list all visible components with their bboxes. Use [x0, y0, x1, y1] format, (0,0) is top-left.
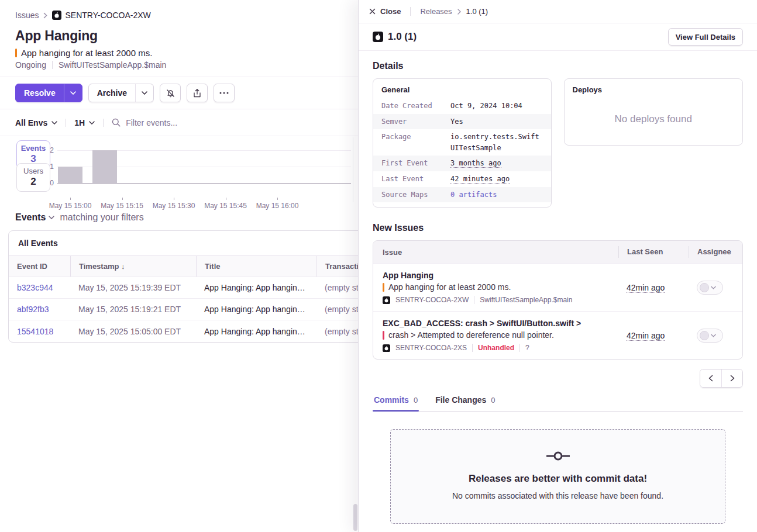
chart-bar — [58, 167, 82, 183]
all-events-card: All Events Event ID Timestamp ↓ Title Tr… — [8, 230, 358, 343]
event-transaction: (empty string) — [316, 305, 358, 314]
column-transaction[interactable]: Transaction — [316, 256, 358, 277]
events-chart-section: Events 3 Users 2 012May 15 15:00May 15 1… — [0, 136, 358, 202]
chevron-down-icon — [711, 286, 716, 289]
chevron-down-icon — [70, 91, 76, 95]
column-timestamp-label: Timestamp — [79, 262, 119, 271]
commits-empty-title: Releases are better with commit data! — [391, 473, 725, 485]
chevron-down-icon — [142, 91, 147, 95]
issue-title: App Hanging — [15, 28, 343, 44]
archive-dropdown-button[interactable] — [135, 84, 153, 102]
event-id-link[interactable]: abf92fb3 — [9, 305, 70, 314]
column-assignee: Assignee — [689, 246, 742, 258]
previous-page-button[interactable] — [700, 369, 721, 387]
events-table-header: Event ID Timestamp ↓ Title Transaction — [9, 256, 358, 277]
environment-filter[interactable]: All Envs — [15, 118, 57, 127]
chevron-down-icon — [711, 334, 716, 337]
event-row: 15541018 May 15, 2025 15:05:00 EDT App H… — [9, 320, 358, 342]
column-timestamp[interactable]: Timestamp ↓ — [70, 256, 196, 277]
scrollbar-thumb[interactable] — [353, 504, 357, 531]
issue-message: App hanging for at least 2000 ms. — [21, 48, 152, 58]
event-id-link[interactable]: b323c944 — [9, 283, 70, 292]
y-axis-tick-label: 1 — [50, 163, 54, 171]
issue-link[interactable]: EXC_BAD_ACCESS: crash > SwiftUI/Button.s… — [383, 319, 618, 328]
artifacts-link[interactable]: 0 artifacts — [450, 191, 497, 199]
archive-button[interactable]: Archive — [88, 84, 154, 102]
chevron-right-icon — [43, 12, 47, 19]
divider — [472, 344, 473, 352]
chevron-right-icon — [730, 375, 735, 382]
tab-commits[interactable]: Commits 0 — [373, 390, 419, 411]
view-full-details-button[interactable]: View Full Details — [668, 28, 743, 46]
x-axis-tickmark — [70, 198, 71, 200]
detail-row-source-maps: Source Maps 0 artifacts — [373, 187, 551, 203]
breadcrumb: Issues SENTRY-COCOA-2XW — [15, 11, 343, 20]
x-axis-tickmark — [226, 198, 226, 200]
breadcrumb-project[interactable]: SENTRY-COCOA-2XW — [65, 11, 150, 20]
chevron-left-icon — [708, 375, 713, 382]
filter-events-input[interactable] — [126, 118, 343, 127]
x-axis-tickmark — [277, 198, 278, 200]
chart-gridline — [57, 183, 351, 184]
commits-empty-subtitle: No commits associated with this release … — [391, 491, 725, 500]
x-axis-tick-label: May 15 15:00 — [49, 202, 92, 210]
column-issue: Issue — [373, 248, 618, 257]
divider — [66, 119, 66, 127]
level-orange-indicator — [15, 49, 17, 57]
breadcrumb-issues-link[interactable]: Issues — [15, 11, 39, 20]
new-issues-heading: New Issues — [373, 223, 743, 233]
resolve-dropdown-button[interactable] — [64, 84, 82, 102]
assignee-dropdown[interactable] — [697, 281, 723, 295]
share-button[interactable] — [187, 84, 208, 102]
breadcrumb-releases-link[interactable]: Releases — [420, 7, 452, 16]
search-icon — [112, 118, 121, 127]
time-range-label: 1H — [74, 118, 85, 127]
divider — [519, 344, 520, 352]
help-question-icon[interactable]: ? — [525, 344, 529, 352]
new-issues-header: Issue Last Seen Assignee — [373, 241, 742, 263]
next-page-button[interactable] — [721, 369, 742, 387]
column-event-id[interactable]: Event ID — [9, 256, 70, 277]
close-icon — [369, 8, 376, 15]
events-chart-plot: 012May 15 15:00May 15 15:15May 15 15:30M… — [57, 150, 351, 183]
event-id-link[interactable]: 15541018 — [9, 327, 70, 336]
x-axis-tick-label: May 15 15:15 — [101, 202, 143, 210]
tab-file-changes-label: File Changes — [435, 395, 486, 405]
event-title: App Hanging: App hangin… — [196, 327, 316, 336]
panel-breadcrumb: Releases 1.0 (1) — [410, 7, 488, 16]
x-axis-tick-label: May 15 16:00 — [256, 202, 299, 210]
column-title[interactable]: Title — [196, 256, 316, 277]
event-transaction: (empty string) — [316, 327, 358, 336]
assignee-dropdown[interactable] — [697, 329, 723, 343]
detail-row-package: Package io.sentry.tests.SwiftUITestSampl… — [373, 129, 551, 156]
new-issue-row: App Hanging App hanging for at least 200… — [373, 263, 742, 311]
event-row: b323c944 May 15, 2025 15:19:39 EDT App H… — [9, 277, 358, 299]
time-range-filter[interactable]: 1H — [74, 118, 95, 127]
breadcrumb-current: 1.0 (1) — [466, 7, 488, 16]
tab-commits-label: Commits — [374, 395, 409, 405]
events-section-dropdown[interactable]: Events — [15, 212, 54, 223]
event-timestamp: May 15, 2025 15:19:21 EDT — [70, 305, 196, 314]
tab-file-changes[interactable]: File Changes 0 — [434, 390, 496, 411]
close-label: Close — [380, 7, 401, 16]
archive-button-label: Archive — [89, 88, 135, 98]
issue-project: SENTRY-COCOA-2XS — [395, 344, 467, 352]
general-card-title: General — [373, 79, 551, 98]
close-panel-button[interactable]: Close — [369, 7, 401, 16]
issue-context: SwiftUITestSampleApp.$main — [480, 296, 572, 304]
release-tabs: Commits 0 File Changes 0 — [373, 390, 743, 412]
share-upload-icon — [192, 88, 202, 98]
more-actions-button[interactable] — [214, 84, 235, 102]
chevron-right-icon — [457, 9, 461, 15]
event-timestamp: May 15, 2025 15:05:00 EDT — [70, 327, 196, 336]
column-last-seen: Last Seen — [618, 246, 689, 258]
release-detail-panel: Close Releases 1.0 (1) 1.0 (1) View Full… — [358, 0, 757, 532]
issue-link[interactable]: App Hanging — [383, 271, 618, 280]
mute-button[interactable] — [160, 84, 181, 102]
apple-platform-icon — [383, 296, 390, 304]
resolve-button[interactable]: Resolve — [15, 84, 82, 102]
sort-descending-icon: ↓ — [121, 262, 125, 271]
users-stat-card[interactable]: Users 2 — [16, 163, 50, 192]
issue-details-panel: Issues SENTRY-COCOA-2XW App Hanging App … — [0, 0, 358, 532]
divider — [353, 137, 353, 202]
